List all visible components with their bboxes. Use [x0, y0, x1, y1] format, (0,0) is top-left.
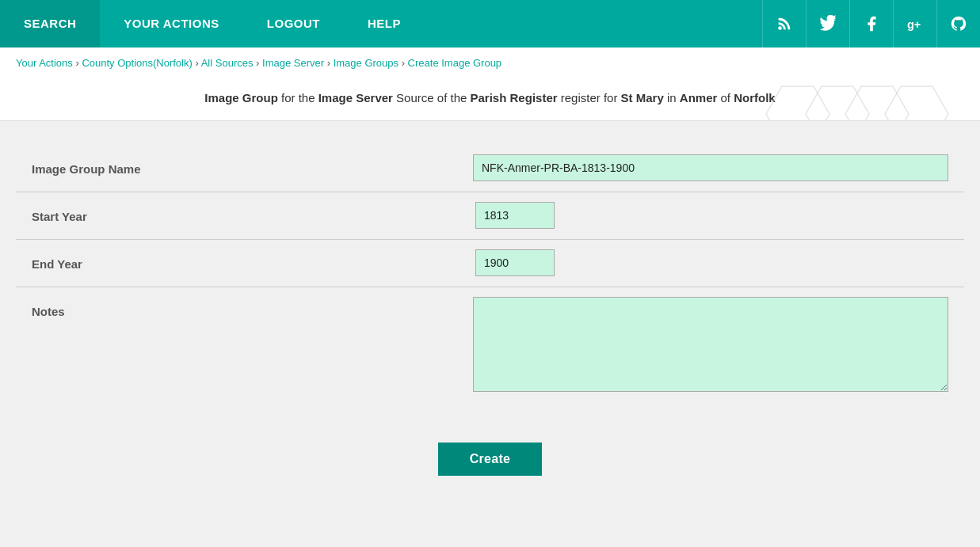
- page-description: Image Group for the Image Server Source …: [16, 91, 964, 104]
- nav-search[interactable]: SEARCH: [0, 0, 100, 47]
- image-group-name-input[interactable]: [473, 154, 948, 181]
- google-plus-icon[interactable]: g+: [893, 0, 936, 47]
- county-label: Norfolk: [734, 91, 776, 104]
- breadcrumb-county-options[interactable]: County Options(Norfolk): [82, 57, 192, 69]
- navbar-links: SEARCH YOUR ACTIONS LOGOUT HELP: [0, 0, 762, 47]
- form-area: Image Group Name Start Year End Year Not…: [0, 121, 980, 428]
- nav-help[interactable]: HELP: [344, 0, 425, 47]
- town-label: Anmer: [680, 91, 718, 104]
- github-icon[interactable]: [936, 0, 980, 47]
- register-type-label: Parish Register: [471, 91, 558, 104]
- breadcrumb-create-image-group[interactable]: Create Image Group: [408, 57, 502, 69]
- svg-text:g+: g+: [907, 18, 921, 31]
- image-group-label: Image Group: [204, 91, 278, 104]
- place-label: St Mary: [621, 91, 664, 104]
- page-header: Image Group for the Image Server Source …: [0, 78, 980, 121]
- navbar-icons: g+: [762, 0, 980, 47]
- field-row-end-year: End Year: [16, 240, 964, 287]
- image-group-name-label: Image Group Name: [16, 145, 473, 192]
- rss-icon[interactable]: [762, 0, 806, 47]
- end-year-label: End Year: [16, 240, 475, 287]
- breadcrumb: Your Actions › County Options(Norfolk) ›…: [0, 47, 980, 78]
- breadcrumb-sep-2: ›: [195, 57, 200, 69]
- create-button[interactable]: Create: [438, 443, 543, 476]
- end-year-input-cell: [475, 240, 964, 287]
- field-row-notes: Notes: [16, 287, 964, 405]
- breadcrumb-your-actions[interactable]: Your Actions: [16, 57, 73, 69]
- breadcrumb-image-groups[interactable]: Image Groups: [334, 57, 398, 69]
- start-year-label: Start Year: [16, 192, 475, 239]
- field-row-start-year: Start Year: [16, 192, 964, 239]
- svg-point-0: [778, 26, 782, 30]
- facebook-icon[interactable]: [849, 0, 893, 47]
- start-year-input-cell: [475, 192, 964, 239]
- breadcrumb-all-sources[interactable]: All Sources: [201, 57, 254, 69]
- breadcrumb-sep-5: ›: [402, 57, 408, 69]
- navbar: SEARCH YOUR ACTIONS LOGOUT HELP g+: [0, 0, 980, 47]
- field-row-image-group-name: Image Group Name: [16, 145, 964, 192]
- breadcrumb-sep-3: ›: [256, 57, 262, 69]
- image-group-name-input-cell: [473, 145, 964, 192]
- notes-label: Notes: [16, 287, 473, 405]
- breadcrumb-image-server[interactable]: Image Server: [262, 57, 324, 69]
- nav-your-actions[interactable]: YOUR ACTIONS: [100, 0, 242, 47]
- notes-input-cell: [473, 287, 964, 405]
- button-row: Create: [0, 428, 980, 492]
- breadcrumb-sep-4: ›: [327, 57, 334, 69]
- nav-logout[interactable]: LOGOUT: [243, 0, 344, 47]
- twitter-icon[interactable]: [806, 0, 849, 47]
- start-year-input[interactable]: [475, 202, 555, 229]
- end-year-input[interactable]: [475, 249, 555, 276]
- notes-textarea[interactable]: [473, 297, 948, 392]
- source-type-label: Image Server: [318, 91, 393, 104]
